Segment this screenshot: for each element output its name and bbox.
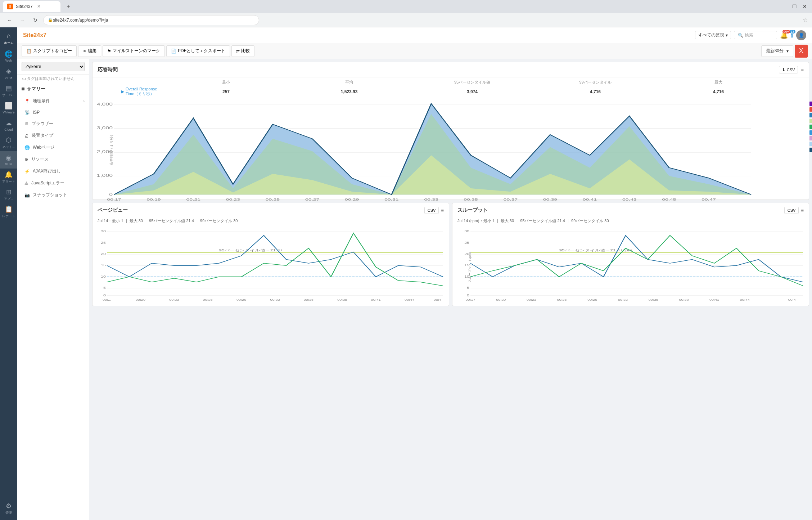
tab-title: Site24x7 [16,4,33,9]
svg-text:00:31: 00:31 [384,198,398,202]
compare-icon: ⇄ [236,49,240,54]
forward-button[interactable]: → [17,15,27,25]
svg-text:3,000: 3,000 [97,126,113,130]
edit-label: 編集 [88,48,96,54]
time-selector[interactable]: 最新30分 ▾ [761,45,793,57]
avatar[interactable]: 👤 [796,30,806,40]
response-time-more-button[interactable]: ≡ [801,67,804,72]
sidebar-item-cloud[interactable]: ☁ Cloud [0,117,17,134]
nav-item-device[interactable]: 🖨 装置タイプ [17,130,89,142]
svg-text:95パーセンタイル値＝21.4+: 95パーセンタイル値＝21.4+ [219,248,283,252]
throughput-chart: スループット（cpm） 30 25 20 15 10 5 0 [452,227,809,306]
minimize-icon[interactable]: — [779,4,789,9]
svg-text:00:29: 00:29 [345,198,359,202]
sidebar-item-apm[interactable]: ◈ APM [0,65,17,82]
svg-text:00:26: 00:26 [557,299,567,301]
nav-item-isp[interactable]: 📡 ISP [17,107,89,118]
url-bar[interactable]: 🔒 site24x7.com/app/demo?l=ja [43,15,259,25]
tag-icon: 🏷 [22,77,26,81]
web-icon: 🌐 [5,50,13,58]
stat-val-min: 257 [164,89,288,94]
sidebar-item-home[interactable]: ⌂ ホーム [0,30,17,48]
geography-icon: 📍 [24,99,30,104]
throughput-panel: スループット CSV ≡ Jul 14 (cpm)：最小 1 ｜ 最大 30 ｜… [452,203,809,306]
sidebar-label-apm: APM [5,76,12,80]
response-time-chart: 応答時間（ミリ秒） 4,000 3,000 2,000 1,000 0 [93,99,809,200]
y-axis-label: 応答時間（ミリ秒） [109,133,114,165]
svg-text:00:25: 00:25 [266,198,280,202]
cloud-icon: ☁ [5,119,12,127]
sidebar-label-server: サーバー [2,93,15,98]
time-selector-arrow: ▾ [786,49,789,54]
svg-text:00:17: 00:17 [466,299,475,301]
sidebar-item-reports[interactable]: 📋 レポート [0,203,17,220]
compare-button[interactable]: ⇄ 比較 [231,45,254,57]
apm-icon: ◈ [6,67,11,75]
nav-item-geography[interactable]: 📍 地理条件 › [17,95,89,107]
reports-icon: 📋 [5,205,13,213]
browser-tab[interactable]: S Site24x7 ✕ [3,1,60,12]
isp-icon: 📡 [24,110,30,115]
milestone-label: マイルストーンのマーク [113,48,160,54]
back-button[interactable]: ← [4,15,14,25]
app-layout: ⌂ ホーム 🌐 Web ◈ APM ▤ サーバー ⬜ VMware ☁ Clou… [0,27,812,520]
stat-header-min: 最小 [164,80,288,85]
edit-button[interactable]: ✕ 編集 [78,45,101,57]
address-bar: ← → ↻ 🔒 site24x7.com/app/demo?l=ja ☆ [0,13,812,27]
nav-item-browser[interactable]: 🖥 ブラウザー [17,118,89,130]
monitor-dropdown[interactable]: Zylkerre [22,62,85,71]
close-icon[interactable]: ✕ [800,4,809,9]
left-navigation: Zylkerre 🏷 タグは追加されていません サマリー 📍 地理条件 › [17,59,89,520]
throughput-csv-button[interactable]: CSV [784,207,799,214]
nav-item-resources[interactable]: ⚙ リソース [17,153,89,165]
sidebar-item-alerts[interactable]: 🔔 アラート [0,169,17,186]
nav-item-webpage[interactable]: 🌐 Webページ [17,142,89,153]
page-view-svg: 30 25 20 15 10 5 0 [107,229,443,297]
page-view-more-button[interactable]: ≡ [441,208,444,213]
monitor-selector-label: すべての監視 [698,32,724,38]
nav-item-snapshots[interactable]: 📷 スナップショット [17,189,89,201]
notification-icon-1[interactable]: 🔔 99+ [780,31,788,39]
svg-text:4,000: 4,000 [97,102,113,106]
sidebar-item-server[interactable]: ▤ サーバー [0,82,17,99]
sidebar-label-web: Web [5,59,12,62]
legend-color-server [809,119,812,123]
monitor-selector[interactable]: すべての監視 ▾ [695,31,731,39]
new-tab-button[interactable]: + [63,1,73,12]
throughput-more-button[interactable]: ≡ [801,208,804,213]
export-pdf-button[interactable]: 📄 PDFとしてエクスポート [166,45,230,57]
maximize-icon[interactable]: ☐ [790,4,799,9]
svg-text:00:23: 00:23 [169,299,179,301]
sidebar-item-network[interactable]: ⬡ ネット... [0,134,17,151]
legend-color-docrender [809,142,812,146]
svg-text:00:26: 00:26 [203,299,213,301]
page-view-csv-button[interactable]: CSV [424,207,439,214]
legend-color-docdownload [809,130,812,135]
nav-item-js-errors[interactable]: ⚠ JavaScriptエラー [17,177,89,189]
milestone-button[interactable]: ⚑ マイルストーンのマーク [103,45,165,57]
svg-text:00:27: 00:27 [305,198,319,202]
response-time-csv-button[interactable]: ⬇ CSV [779,66,798,73]
bookmark-icon[interactable]: ☆ [803,17,808,23]
svg-text:00:4: 00:4 [434,299,441,301]
close-button[interactable]: X [795,45,808,58]
page-view-chart: 30 25 20 15 10 5 0 [93,227,449,306]
sidebar-item-rum[interactable]: ◉ RUM [0,151,17,169]
nav-item-ajax[interactable]: ⚡ AJAX呼び出し [17,165,89,177]
reload-button[interactable]: ↻ [30,15,40,25]
tab-close-icon[interactable]: ✕ [37,4,41,9]
sidebar-item-web[interactable]: 🌐 Web [0,48,17,65]
svg-text:00:44: 00:44 [405,299,414,301]
notification-icon-2[interactable]: ℹ 13 [791,31,793,39]
sidebar-item-vmware[interactable]: ⬜ VMware [0,99,17,117]
legend-item-pagerender: Page Rendering Time [809,136,812,140]
sidebar-item-apps[interactable]: ⊞ アプ... [0,186,17,203]
search-box[interactable]: 🔍 検索 [734,31,777,39]
copy-script-button[interactable]: 📋 スクリプトをコピー [22,45,77,57]
throughput-title: スループット [457,207,488,214]
response-time-panel: 応答時間 ⬇ CSV ≡ 最小 平均 95パーセンタイル [92,62,809,200]
stats-headers: 最小 平均 95パーセンタイル値 99パーセンタイル 最大 [93,77,809,86]
sidebar-item-settings[interactable]: ⚙ 管理 [0,500,17,517]
svg-text:10: 10 [101,275,106,278]
svg-text:00:45: 00:45 [662,198,676,202]
